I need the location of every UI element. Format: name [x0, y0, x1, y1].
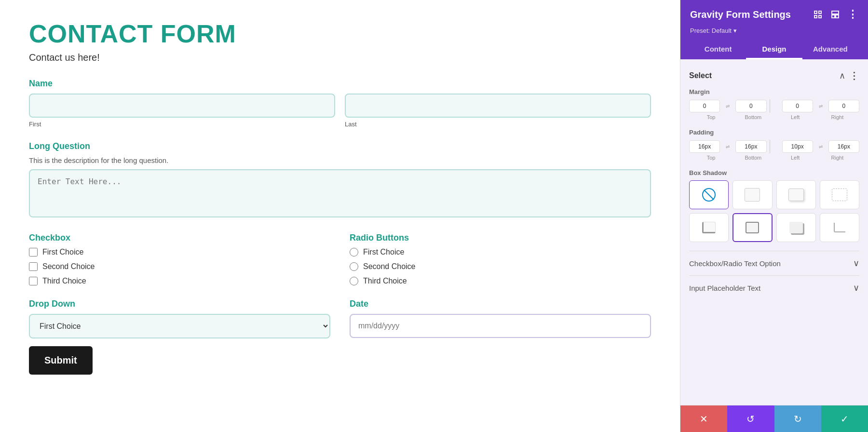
padding-inputs: ⇌ ⇌ [689, 140, 859, 153]
cancel-button[interactable]: ✕ [680, 405, 727, 432]
shadow-option-2[interactable] [776, 180, 816, 209]
padding-label: Padding [689, 129, 859, 136]
shadow-box-7-icon [834, 223, 845, 232]
radio-third[interactable] [350, 277, 358, 285]
padding-link-1: ⇌ [722, 144, 733, 149]
preset-label: Preset: Default [690, 27, 732, 34]
chevron-up-icon[interactable]: ∧ [839, 70, 845, 81]
name-first-input[interactable] [29, 94, 335, 118]
undo-button[interactable]: ↺ [727, 405, 774, 432]
padding-left-input[interactable] [782, 140, 813, 153]
svg-rect-3 [819, 15, 821, 18]
box-shadow-label: Box Shadow [689, 169, 859, 176]
name-first-col: First [29, 94, 335, 128]
shadow-box-6-icon [789, 222, 803, 233]
shadow-option-4[interactable] [689, 213, 729, 242]
padding-divider [770, 140, 770, 153]
panel-title: Gravity Form Settings [690, 9, 791, 20]
more-options-icon[interactable]: ⋮ [847, 9, 858, 20]
name-last-label: Last [345, 121, 651, 128]
date-col: Date [350, 299, 651, 338]
dropdown-date-row: Drop Down First Choice Second Choice Thi… [29, 299, 651, 338]
radio-list: First Choice Second Choice Third Choice [350, 248, 651, 285]
radio-col: Radio Buttons First Choice Second Choice… [350, 233, 651, 285]
checkbox-radio-row: Checkbox First Choice Second Choice Thir… [29, 233, 651, 285]
margin-right-input[interactable] [828, 100, 859, 112]
checkbox-radio-text-option-section[interactable]: Checkbox/Radio Text Option ∨ [689, 251, 859, 275]
padding-right-input[interactable] [828, 140, 859, 153]
margin-link-2: ⇌ [815, 104, 827, 109]
shadow-box-4-icon [702, 222, 716, 233]
radio-second[interactable] [350, 262, 358, 271]
shadow-box-3-icon [832, 189, 847, 201]
svg-rect-4 [832, 11, 839, 14]
list-item: Third Choice [29, 277, 330, 285]
long-question-group: Long Question This is the description fo… [29, 141, 651, 219]
chevron-down-icon-1: ∨ [853, 258, 859, 269]
redo-button[interactable]: ↻ [774, 405, 821, 432]
preset-row[interactable]: Preset: Default ▾ [690, 27, 858, 34]
panel-tabs: Content Design Advanced [690, 40, 858, 59]
tab-content[interactable]: Content [690, 40, 746, 59]
input-placeholder-text-section[interactable]: Input Placeholder Text ∨ [689, 275, 859, 300]
checkbox-first-label: First Choice [42, 248, 83, 256]
svg-rect-6 [836, 15, 839, 18]
panel-header-top: Gravity Form Settings [690, 9, 858, 20]
section-menu-icon[interactable]: ⋮ [849, 70, 859, 81]
margin-divider [770, 99, 770, 113]
date-input[interactable] [350, 314, 651, 338]
shadow-option-1[interactable] [732, 180, 772, 209]
preset-chevron-icon: ▾ [733, 27, 737, 34]
margin-bottom-input[interactable] [735, 100, 766, 112]
chevron-down-icon-2: ∨ [853, 283, 859, 293]
shadow-box-icon [745, 188, 760, 202]
shadow-box-5-icon [746, 222, 759, 233]
shadow-option-6[interactable] [776, 213, 816, 242]
name-label: Name [29, 79, 651, 89]
dropdown-select[interactable]: First Choice Second Choice Third Choice [29, 314, 330, 338]
padding-group: Padding ⇌ ⇌ Top Bottom Left Right [689, 129, 859, 161]
confirm-button[interactable]: ✓ [821, 405, 868, 432]
long-question-description: This is the description for the long que… [29, 156, 651, 164]
layout-icon[interactable] [829, 9, 841, 20]
panel-header: Gravity Form Settings [680, 0, 868, 59]
padding-sub-labels: Top Bottom Left Right [689, 155, 859, 161]
name-last-input[interactable] [345, 94, 651, 118]
padding-link-2: ⇌ [815, 144, 827, 149]
checkbox-radio-text-label: Checkbox/Radio Text Option [689, 259, 781, 268]
margin-left-input[interactable] [782, 100, 813, 112]
checkbox-third-label: Third Choice [42, 277, 86, 285]
submit-button[interactable]: Submit [29, 346, 93, 375]
list-item: First Choice [29, 248, 330, 256]
panel-body: Select ∧ ⋮ Margin ⇌ ⇌ Top Bottom Left [680, 59, 868, 405]
shadow-option-5[interactable] [732, 213, 772, 242]
margin-inputs: ⇌ ⇌ [689, 99, 859, 113]
select-section-header: Select ∧ ⋮ [689, 70, 859, 81]
tab-design[interactable]: Design [746, 40, 802, 59]
margin-group: Margin ⇌ ⇌ Top Bottom Left Right [689, 88, 859, 120]
form-subtitle: Contact us here! [29, 52, 651, 63]
focus-icon[interactable] [812, 9, 824, 20]
list-item: First Choice [350, 248, 651, 256]
checkbox-first[interactable] [29, 248, 38, 256]
radio-third-label: Third Choice [363, 277, 407, 285]
long-question-textarea[interactable] [29, 169, 651, 217]
checkbox-col: Checkbox First Choice Second Choice Thir… [29, 233, 330, 285]
radio-first-label: First Choice [363, 248, 404, 256]
radio-first[interactable] [350, 248, 358, 256]
tab-advanced[interactable]: Advanced [802, 40, 858, 59]
list-item: Third Choice [350, 277, 651, 285]
list-item: Second Choice [350, 262, 651, 271]
shadow-option-7[interactable] [820, 213, 859, 242]
checkbox-second[interactable] [29, 262, 38, 271]
shadow-option-3[interactable] [820, 180, 859, 209]
shadow-none-option[interactable] [689, 180, 729, 209]
margin-top-input[interactable] [689, 100, 720, 112]
panel-header-icons: ⋮ [812, 9, 858, 20]
checkbox-third[interactable] [29, 277, 38, 285]
padding-top-input[interactable] [689, 140, 720, 153]
settings-panel: Gravity Form Settings [680, 0, 868, 432]
shadow-none-icon [701, 187, 717, 202]
padding-bottom-input[interactable] [735, 140, 766, 153]
name-field-group: Name First Last [29, 79, 651, 128]
